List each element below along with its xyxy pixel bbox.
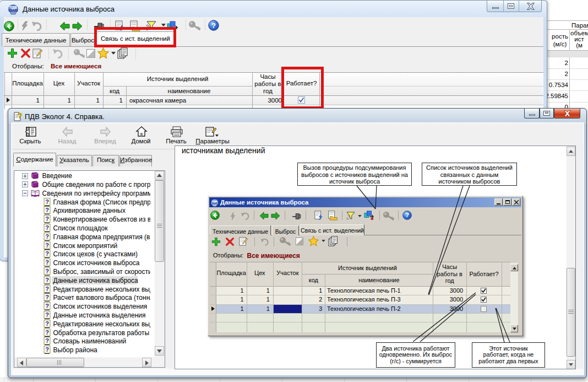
svg-text:?: ? bbox=[45, 268, 49, 275]
svg-text:?: ? bbox=[45, 259, 49, 266]
svg-text:?: ? bbox=[45, 285, 49, 292]
svg-text:?: ? bbox=[45, 198, 49, 205]
svg-text:?: ? bbox=[45, 303, 49, 309]
svg-text:?: ? bbox=[45, 311, 49, 318]
svg-text:?: ? bbox=[45, 241, 49, 248]
svg-text:ПДВ: ПДВ bbox=[9, 6, 17, 10]
svg-text:?: ? bbox=[45, 320, 49, 326]
svg-text:?: ? bbox=[18, 111, 23, 120]
svg-text:?: ? bbox=[211, 21, 216, 30]
svg-text:?: ? bbox=[45, 276, 49, 283]
svg-text:?: ? bbox=[45, 207, 49, 213]
svg-text:?: ? bbox=[45, 250, 49, 257]
svg-text:?: ? bbox=[45, 233, 49, 239]
svg-text:?: ? bbox=[45, 216, 49, 222]
svg-text:?: ? bbox=[45, 294, 49, 300]
svg-text:?: ? bbox=[45, 224, 49, 231]
svg-text:?: ? bbox=[45, 337, 49, 344]
svg-text:?: ? bbox=[45, 346, 49, 353]
svg-text:?: ? bbox=[45, 329, 49, 335]
